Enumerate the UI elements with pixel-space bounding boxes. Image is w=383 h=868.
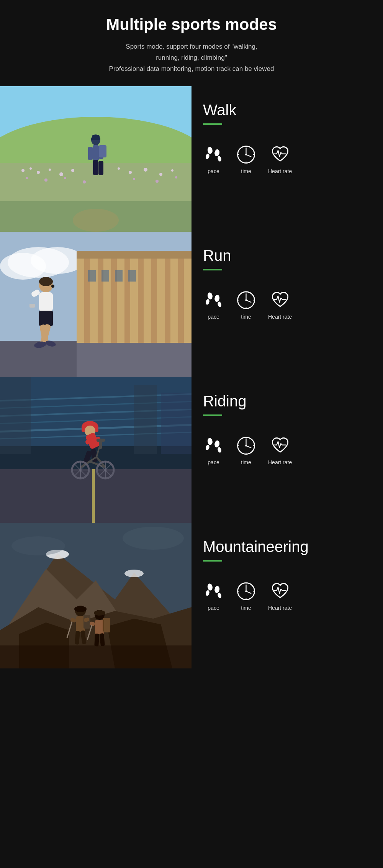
svg-rect-20 — [88, 147, 93, 160]
svg-rect-138 — [161, 393, 192, 454]
svg-rect-48 — [77, 251, 192, 358]
riding-photo — [0, 377, 192, 523]
svg-point-41 — [155, 180, 159, 183]
riding-heartrate-icon-item: Heart rate — [268, 435, 292, 465]
riding-scene-svg — [0, 377, 192, 523]
run-title: Run — [203, 247, 372, 264]
svg-rect-22 — [93, 160, 98, 175]
svg-rect-60 — [115, 270, 123, 282]
svg-rect-151 — [83, 615, 90, 629]
svg-rect-23 — [98, 161, 103, 175]
walk-green-line — [203, 123, 222, 125]
walk-icons: pace time — [203, 144, 372, 174]
walk-time-label: time — [241, 168, 251, 174]
svg-point-169 — [11, 536, 65, 555]
svg-point-7 — [245, 154, 247, 156]
walk-info-panel: Walk pace — [192, 86, 383, 232]
svg-point-26 — [29, 167, 32, 170]
riding-heart-rate-icon — [270, 435, 291, 456]
svg-point-170 — [207, 583, 213, 591]
mountaineering-time-icon — [236, 581, 257, 602]
run-photo — [0, 232, 192, 377]
mountaineering-time-icon-item: time — [236, 581, 257, 611]
svg-point-30 — [71, 169, 74, 172]
svg-point-2 — [214, 149, 220, 156]
riding-info-panel: Riding pace — [192, 377, 383, 523]
svg-point-37 — [44, 179, 47, 182]
riding-time-icon-item: time — [236, 435, 257, 465]
run-image — [0, 232, 192, 377]
svg-point-88 — [207, 437, 213, 445]
mountain-scene-svg — [0, 523, 192, 668]
svg-point-27 — [37, 171, 40, 174]
subtitle-line3: Professional data monitoring, motion tra… — [109, 65, 274, 72]
riding-section: Riding pace — [0, 377, 383, 523]
header-section: Multiple sports modes Sports mode, suppo… — [0, 0, 383, 86]
svg-point-66 — [51, 285, 54, 288]
svg-rect-59 — [101, 270, 109, 282]
riding-heartrate-label: Heart rate — [268, 459, 292, 465]
svg-point-78 — [214, 294, 220, 302]
svg-rect-136 — [0, 377, 31, 454]
svg-point-39 — [83, 180, 86, 183]
riding-title: Riding — [203, 393, 372, 410]
run-time-label: time — [241, 314, 251, 320]
svg-rect-149 — [76, 608, 85, 610]
svg-point-1 — [205, 153, 210, 159]
svg-point-95 — [245, 445, 247, 447]
pace-icon — [203, 144, 224, 165]
svg-rect-167 — [0, 645, 192, 668]
walk-photo — [0, 86, 192, 232]
riding-time-label: time — [241, 459, 251, 465]
run-scene-svg — [0, 232, 192, 377]
svg-point-79 — [217, 301, 222, 308]
svg-point-38 — [64, 177, 66, 179]
walk-heartrate-label: Heart rate — [268, 168, 292, 174]
svg-point-65 — [39, 277, 53, 286]
page-title: Multiple sports modes — [23, 15, 360, 34]
time-icon — [236, 144, 257, 165]
svg-point-25 — [21, 169, 25, 172]
run-heartrate-label: Heart rate — [268, 314, 292, 320]
run-pace-label: pace — [208, 314, 219, 320]
mountaineering-green-line — [203, 560, 222, 562]
svg-point-177 — [245, 590, 247, 592]
run-section: Run pace — [0, 232, 383, 377]
subtitle-line1: Sports mode, support four modes of "walk… — [126, 43, 257, 50]
svg-rect-159 — [95, 612, 104, 614]
svg-point-90 — [214, 440, 220, 447]
svg-point-34 — [159, 173, 162, 176]
svg-rect-109 — [92, 469, 95, 523]
mountaineering-section: Mountaineering pace — [0, 523, 383, 668]
svg-point-40 — [133, 178, 135, 180]
walk-pace-label: pace — [208, 168, 219, 174]
walk-heartrate-icon-item: Heart rate — [268, 144, 292, 174]
svg-rect-162 — [103, 620, 104, 631]
heart-rate-icon — [270, 144, 291, 165]
svg-point-28 — [49, 169, 51, 171]
svg-point-168 — [123, 527, 184, 550]
mountaineering-pace-icon — [203, 581, 224, 602]
svg-point-32 — [129, 171, 132, 174]
mountaineering-info-panel: Mountaineering pace — [192, 523, 383, 668]
svg-rect-61 — [128, 270, 136, 282]
run-pace-icon — [203, 290, 224, 311]
svg-point-91 — [217, 447, 222, 453]
run-pace-icon-item: pace — [203, 290, 224, 320]
svg-point-173 — [217, 592, 222, 599]
svg-point-35 — [171, 169, 173, 172]
mountain-image — [0, 523, 192, 668]
run-info-panel: Run pace — [192, 232, 383, 377]
svg-rect-19 — [93, 145, 99, 160]
riding-icons: pace time — [203, 435, 372, 465]
mountaineering-pace-icon-item: pace — [203, 581, 224, 611]
walk-title: Walk — [203, 102, 372, 119]
svg-rect-58 — [88, 270, 96, 282]
run-heart-rate-icon — [270, 290, 291, 311]
svg-rect-49 — [77, 251, 192, 259]
mountaineering-icons: pace time — [203, 581, 372, 611]
walk-scene-svg — [0, 86, 192, 232]
run-heartrate-icon-item: Heart rate — [268, 290, 292, 320]
mountaineering-time-label: time — [241, 605, 251, 611]
svg-point-3 — [217, 156, 222, 162]
